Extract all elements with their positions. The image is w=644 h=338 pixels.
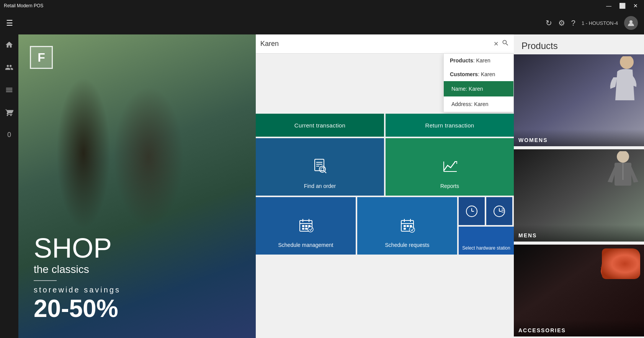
tiles-area: ✕ Products: Karen Customers: Karen Name:… <box>256 34 514 338</box>
search-products-header[interactable]: Products: Karen <box>444 54 513 67</box>
header-left: ☰ <box>6 18 13 28</box>
small-tiles-row <box>459 197 514 225</box>
app-title: Retail Modern POS <box>4 3 43 8</box>
mens-label: MENS <box>514 225 644 242</box>
hero-person-right <box>95 57 202 256</box>
settings-icon[interactable]: ⚙ <box>558 18 565 28</box>
search-bar: ✕ <box>256 34 514 54</box>
search-clear-icon[interactable]: ✕ <box>494 40 499 47</box>
schedule-req-icon <box>398 216 417 238</box>
sidebar-home-icon[interactable] <box>3 38 16 53</box>
find-order-icon <box>311 157 329 180</box>
svg-point-43 <box>612 265 618 271</box>
find-order-label: Find an order <box>304 183 336 189</box>
app-container: ☰ ↻ ⚙ ? 1 - HOUSTON-4 <box>0 11 644 338</box>
svg-rect-24 <box>404 225 406 227</box>
sidebar: 0 <box>0 34 18 338</box>
search-result-name[interactable]: Name: Karen <box>444 81 513 96</box>
current-transaction-button[interactable]: Current transaction <box>256 114 384 137</box>
accessories-bag <box>595 248 641 287</box>
window-controls: — ⬜ ✕ <box>604 2 640 10</box>
reports-icon <box>441 157 459 180</box>
svg-point-7 <box>321 168 324 171</box>
svg-rect-25 <box>407 225 409 227</box>
select-hardware-station-label: Select hardware station <box>462 245 510 251</box>
search-customers-header[interactable]: Customers: Karen <box>444 67 513 81</box>
sidebar-menu-icon[interactable] <box>3 83 16 98</box>
main-tiles-row: Find an order Report <box>256 138 514 196</box>
content-area: 0 F SHOP the classics store <box>0 34 644 338</box>
schedule-mgmt-icon <box>297 216 315 238</box>
schedule-requests-tile[interactable]: Schedule requests <box>357 197 457 255</box>
header-right: ↻ ⚙ ? 1 - HOUSTON-4 <box>546 16 638 30</box>
transaction-row: Current transaction Return transaction <box>256 114 514 137</box>
hero-area: F SHOP the classics storewide savings 20… <box>18 34 256 338</box>
find-order-tile[interactable]: Find an order <box>256 138 384 196</box>
svg-rect-27 <box>404 228 406 230</box>
search-result-address[interactable]: Address: Karen <box>444 96 513 112</box>
svg-rect-15 <box>305 225 307 227</box>
products-title: Products <box>514 34 644 54</box>
svg-point-38 <box>620 56 634 69</box>
hero-text-block: SHOP the classics storewide savings 20-5… <box>34 234 121 323</box>
search-dropdown: Products: Karen Customers: Karen Name: K… <box>443 54 514 112</box>
sidebar-zero-icon[interactable]: 0 <box>5 129 13 141</box>
womens-product-card[interactable]: WOMENS <box>514 54 644 146</box>
title-bar: Retail Modern POS — ⬜ ✕ <box>0 0 644 11</box>
womens-label: WOMENS <box>514 129 644 146</box>
help-icon[interactable]: ? <box>571 19 575 28</box>
search-go-icon[interactable] <box>502 39 509 49</box>
hero-shop-text: SHOP <box>34 234 121 262</box>
search-input[interactable] <box>260 40 494 48</box>
hamburger-icon[interactable]: ☰ <box>6 18 13 28</box>
hero-f-box: F <box>30 46 53 69</box>
schedule-req-label: Schedule requests <box>385 242 430 248</box>
mens-product-card[interactable]: MENS <box>514 149 644 241</box>
store-info: 1 - HOUSTON-4 <box>582 20 618 26</box>
svg-rect-14 <box>302 225 304 227</box>
reports-label: Reports <box>440 183 459 189</box>
womens-figure <box>602 56 640 100</box>
svg-rect-44 <box>613 266 616 269</box>
svg-point-0 <box>629 20 633 23</box>
svg-rect-26 <box>410 225 412 227</box>
mens-figure <box>600 151 642 195</box>
sidebar-customers-icon[interactable] <box>3 61 16 76</box>
reports-tile[interactable]: Reports <box>386 138 514 196</box>
hero-savings-text: storewide savings <box>34 286 121 294</box>
return-transaction-button[interactable]: Return transaction <box>386 114 514 137</box>
main-content: F SHOP the classics storewide savings 20… <box>18 34 644 338</box>
svg-line-6 <box>324 171 326 173</box>
hero-sub-text: the classics <box>34 263 121 276</box>
hero-divider <box>34 280 57 281</box>
schedule-mgmt-label: Schedule management <box>278 242 333 248</box>
accessories-label: ACCESSORIES <box>514 320 644 336</box>
svg-point-19 <box>308 227 313 232</box>
minimize-button[interactable]: — <box>604 2 614 10</box>
svg-rect-18 <box>305 228 307 230</box>
close-button[interactable]: ✕ <box>631 2 640 10</box>
clock1-tile[interactable] <box>459 197 485 225</box>
products-panel: Products WOMENS <box>514 34 644 338</box>
hardware-station-group: Select hardware station <box>459 197 514 255</box>
refresh-icon[interactable]: ↻ <box>546 18 552 28</box>
accessories-product-card[interactable]: ACCESSORIES <box>514 245 644 336</box>
schedule-management-tile[interactable]: Schedule management <box>256 197 356 255</box>
maximize-button[interactable]: ⬜ <box>617 2 628 10</box>
hero-percent-text: 20-50% <box>34 294 121 323</box>
header-bar: ☰ ↻ ⚙ ? 1 - HOUSTON-4 <box>0 11 644 34</box>
tiles-grid: Current transaction Return transaction <box>256 114 514 255</box>
avatar[interactable] <box>624 16 638 30</box>
select-hardware-station-tile[interactable]: Select hardware station <box>459 227 514 255</box>
clock2-tile[interactable] <box>486 197 512 225</box>
bottom-tiles-row: Schedule management <box>256 197 514 255</box>
svg-point-39 <box>617 151 629 163</box>
sidebar-cart-icon[interactable] <box>3 106 16 121</box>
svg-rect-17 <box>302 228 304 230</box>
